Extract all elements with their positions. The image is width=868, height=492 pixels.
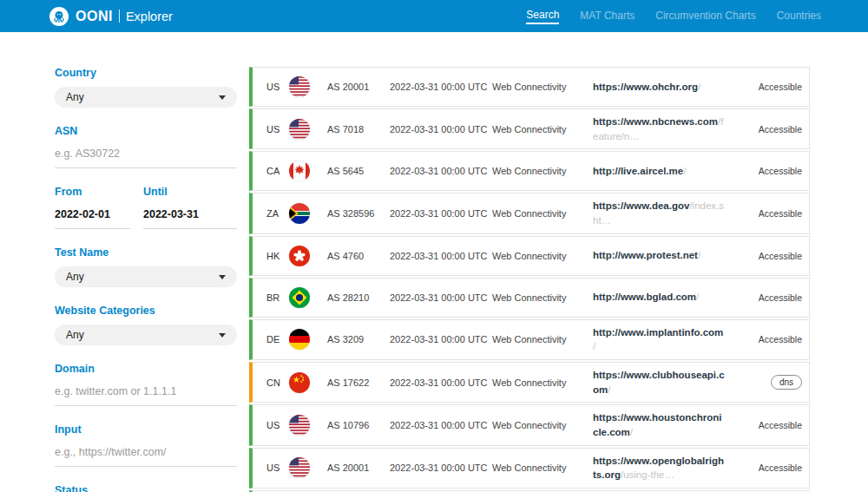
website-categories-select-value: Any [66,329,84,341]
country-code: US [266,462,289,473]
url-rest: /using-the… [621,469,674,480]
url-cell: https://www.ohchr.org/ [593,80,734,95]
asn-cell: AS 17622 [327,377,390,388]
app-header: OONI Explorer Search MAT Charts Circumve… [0,0,868,32]
result-row[interactable]: CAAS 56452022-03-31 00:00 UTCWeb Connect… [249,151,810,191]
test-name-cell: Web Connectivity [492,251,593,261]
brand[interactable]: OONI Explorer [49,7,173,26]
website-categories-select[interactable]: Any [55,325,237,345]
result-row[interactable]: USAS 107962022-03-31 00:00 UTCWeb Connec… [249,404,810,445]
result-row[interactable]: USAS 70182022-03-31 00:00 UTCWeb Connect… [249,108,810,149]
url-cell: http://www.bglad.com/ [593,290,734,305]
country-code: DE [266,334,289,344]
result-row[interactable]: CNAS 176222022-03-31 00:00 UTCWeb Connec… [249,362,810,403]
url-cell: http://live.aircel.me/ [593,164,734,179]
status-cell: dns [734,375,802,390]
country-select-value: Any [66,91,84,103]
input-label: Input [55,423,237,436]
url-cell: https://www.houstonchronicle.com/ [593,410,734,439]
url-main: http://www.bglad.com [593,292,696,302]
filter-asn: ASN [55,125,237,168]
url-main: https://www.houstonchronicle.com [593,412,721,437]
url-cell: http://www.protest.net/ [593,248,734,263]
filter-input: Input [55,423,237,467]
test-name-select-value: Any [66,271,84,283]
input-url-input[interactable] [55,444,237,467]
until-date-input[interactable] [143,207,237,229]
url-rest: / [698,250,700,260]
asn-cell: AS 20001 [327,82,390,92]
country-code: ZA [266,208,289,219]
asn-cell: AS 20001 [327,462,390,473]
date-cell: 2022-03-31 00:00 UTC [390,82,492,92]
from-date-input[interactable] [55,207,130,229]
filter-country: Country Any [55,67,237,108]
flag-icon-hk [289,246,310,266]
url-main: http://www.protest.net [593,250,698,260]
chevron-down-icon [219,333,226,338]
result-row[interactable]: HKAS 47602022-03-31 00:00 UTCWeb Connect… [249,236,810,276]
date-cell: 2022-03-31 00:00 UTC [390,208,492,219]
filter-test-name: Test Name Any [55,246,237,287]
url-cell: http://www.implantinfo.com/ [593,325,734,354]
test-name-cell: Web Connectivity [492,377,593,388]
country-code: HK [266,251,289,261]
flag-icon-us [289,76,310,97]
status-cell: Accessible [734,208,802,219]
brand-name: OONI [76,9,113,24]
url-main: https://www.nbcnews.com [593,116,718,127]
url-rest: / [608,384,610,395]
date-cell: 2022-03-31 00:00 UTC [390,462,492,473]
asn-input[interactable] [55,146,237,168]
status-cell: Accessible [734,462,802,473]
result-row[interactable]: BRAS 282102022-03-31 00:00 UTCWeb Connec… [249,278,810,318]
status-cell: Accessible [734,166,802,176]
nav-countries[interactable]: Countries [777,10,821,23]
country-code: US [266,124,289,134]
url-main: https://www.dea.gov [593,200,689,211]
nav-search[interactable]: Search [526,9,559,24]
url-main: http://live.aircel.me [593,166,683,176]
result-row[interactable]: USAS 200012022-03-31 00:00 UTCWeb Connec… [249,67,810,107]
url-main: http://www.implantinfo.com [593,327,723,338]
test-name-label: Test Name [55,246,237,259]
filter-sidebar: Country Any ASN From Until [55,67,237,492]
filter-website-categories: Website Categories Any [55,305,237,345]
result-row[interactable]: USAS 200012022-03-31 00:00 UTCWeb Connec… [249,448,810,489]
status-cell: Accessible [734,82,802,92]
country-code: CA [266,166,289,176]
country-code: US [266,420,289,430]
website-categories-label: Website Categories [55,305,237,317]
date-cell: 2022-03-31 00:00 UTC [390,251,492,261]
test-name-select[interactable]: Any [55,266,237,287]
url-rest: / [630,427,633,437]
asn-cell: AS 28210 [327,292,390,303]
status-cell: Accessible [734,124,802,134]
test-name-cell: Web Connectivity [492,292,593,303]
flag-icon-us [289,457,310,478]
test-name-cell: Web Connectivity [492,166,593,176]
asn-cell: AS 328596 [327,208,390,219]
chevron-down-icon [219,275,226,279]
result-row[interactable]: DEAS 32092022-03-31 00:00 UTCWeb Connect… [249,319,810,360]
url-cell: https://www.dea.gov/index.sht… [593,199,734,227]
country-select[interactable]: Any [55,87,237,108]
url-main: https://www.ohchr.org [593,82,698,92]
asn-cell: AS 7018 [327,124,390,134]
domain-input[interactable] [55,384,237,406]
status-cell: Accessible [734,292,802,303]
result-row[interactable]: ZAAS 3285962022-03-31 00:00 UTCWeb Conne… [249,193,810,233]
url-cell: https://www.nbcnews.com/feature/n… [593,115,734,143]
filter-dates: From Until [55,186,237,229]
test-name-cell: Web Connectivity [492,420,593,430]
nav-mat-charts[interactable]: MAT Charts [580,10,635,23]
flag-icon-de [289,329,310,350]
url-cell: https://www.openglobalrights.org/using-t… [593,454,734,482]
content: Country Any ASN From Until [0,32,868,492]
date-cell: 2022-03-31 00:00 UTC [390,166,492,176]
url-rest: / [696,292,699,302]
test-name-cell: Web Connectivity [492,462,593,473]
status-cell: Accessible [734,251,802,261]
nav-circumvention-charts[interactable]: Circumvention Charts [655,10,755,23]
asn-label: ASN [55,125,237,137]
